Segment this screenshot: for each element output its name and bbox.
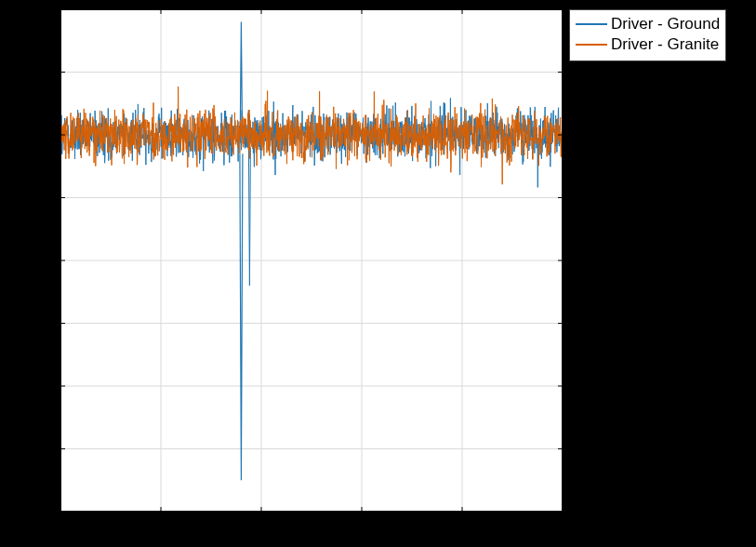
legend-swatch-1 [576, 44, 607, 46]
legend-label-1: Driver - Granite [611, 35, 719, 54]
legend-swatch-0 [576, 23, 607, 25]
legend-label-0: Driver - Ground [611, 15, 720, 33]
plot-area [60, 9, 563, 512]
legend-entry-1: Driver - Granite [576, 34, 720, 55]
legend-entry-0: Driver - Ground [576, 14, 720, 34]
legend: Driver - Ground Driver - Granite [569, 9, 726, 61]
chart-svg [60, 9, 563, 512]
